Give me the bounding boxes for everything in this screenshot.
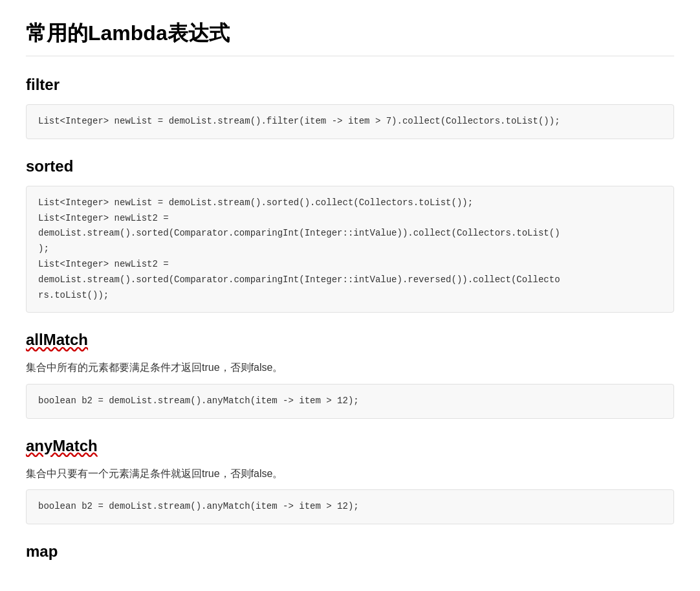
code-block-anyMatch-0: boolean b2 = demoList.stream().anyMatch(… <box>26 489 674 524</box>
section-heading-filter: filter <box>26 76 674 94</box>
section-description-anyMatch: 集合中只要有一个元素满足条件就返回true，否则false。 <box>26 465 674 482</box>
section-heading-map: map <box>26 542 674 561</box>
code-block-allMatch-0: boolean b2 = demoList.stream().anyMatch(… <box>26 384 674 419</box>
section-heading-allMatch: allMatch <box>26 331 674 349</box>
code-block-filter-0: List<Integer> newList = demoList.stream(… <box>26 104 674 139</box>
section-sorted: sortedList<Integer> newList = demoList.s… <box>26 157 674 313</box>
section-filter: filterList<Integer> newList = demoList.s… <box>26 76 674 139</box>
section-heading-sorted: sorted <box>26 157 674 175</box>
section-allMatch: allMatch集合中所有的元素都要满足条件才返回true，否则false。bo… <box>26 331 674 418</box>
code-block-sorted-0: List<Integer> newList = demoList.stream(… <box>26 186 674 313</box>
page-title: 常用的Lambda表达式 <box>26 19 674 56</box>
section-heading-anyMatch: anyMatch <box>26 437 674 455</box>
section-map: map <box>26 542 674 561</box>
section-anyMatch: anyMatch集合中只要有一个元素满足条件就返回true，否则false。bo… <box>26 437 674 524</box>
sections-container: filterList<Integer> newList = demoList.s… <box>26 76 674 561</box>
section-description-allMatch: 集合中所有的元素都要满足条件才返回true，否则false。 <box>26 359 674 376</box>
